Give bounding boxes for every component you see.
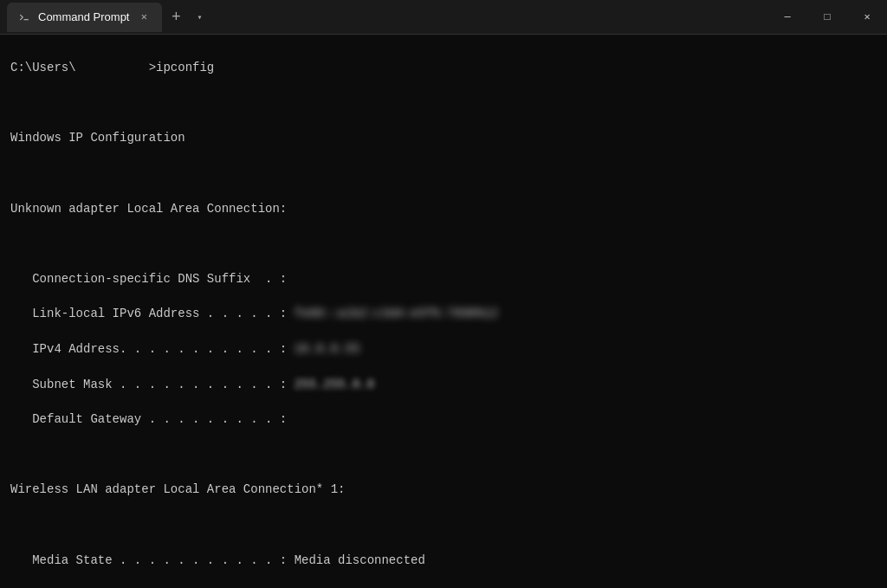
titlebar: Command Prompt ✕ + ▾ ─ □ ✕ (0, 0, 887, 35)
unknown-dns-line: Connection-specific DNS Suffix . : (10, 270, 877, 288)
tab-title: Command Prompt (38, 10, 129, 23)
titlebar-left: Command Prompt ✕ + ▾ (7, 3, 767, 32)
wlan1-header: Wireless LAN adapter Local Area Connecti… (10, 481, 877, 498)
prompt-line: C:\Users\ >ipconfig (10, 59, 877, 76)
window-controls: ─ □ ✕ (767, 0, 887, 35)
active-tab[interactable]: Command Prompt ✕ (7, 3, 162, 32)
ipv6-blurred-1: fe80::a1b2:c3d4:e5f6:7890%12 (295, 305, 498, 322)
close-button[interactable]: ✕ (847, 0, 887, 35)
terminal-icon (17, 10, 31, 24)
new-tab-button[interactable]: + (164, 5, 188, 29)
unknown-subnet-line: Subnet Mask . . . . . . . . . . . : 255.… (10, 376, 877, 393)
username-blurred (76, 59, 149, 76)
wlan1-media: Media State . . . . . . . . . . . : Medi… (10, 552, 877, 569)
terminal-output: C:\Users\ >ipconfig Windows IP Configura… (0, 35, 887, 588)
unknown-gw-line: Default Gateway . . . . . . . . . : (10, 410, 877, 428)
subnet-blurred-1: 255.255.0.0 (295, 376, 374, 393)
tab-dropdown-button[interactable]: ▾ (190, 8, 209, 27)
unknown-ipv6-line: Link-local IPv6 Address . . . . . : fe80… (10, 305, 877, 322)
svg-rect-0 (18, 11, 30, 23)
unknown-adapter-header: Unknown adapter Local Area Connection: (10, 200, 877, 217)
unknown-ipv4-line: IPv4 Address. . . . . . . . . . . : 10.0… (10, 340, 877, 358)
ipv4-blurred-1: 10.0.0.55 (295, 340, 374, 358)
tab-group: Command Prompt ✕ + ▾ (7, 3, 209, 32)
ip-config-header: Windows IP Configuration (10, 129, 877, 146)
tab-close-button[interactable]: ✕ (136, 10, 152, 25)
minimize-button[interactable]: ─ (767, 0, 807, 35)
maximize-button[interactable]: □ (807, 0, 847, 35)
